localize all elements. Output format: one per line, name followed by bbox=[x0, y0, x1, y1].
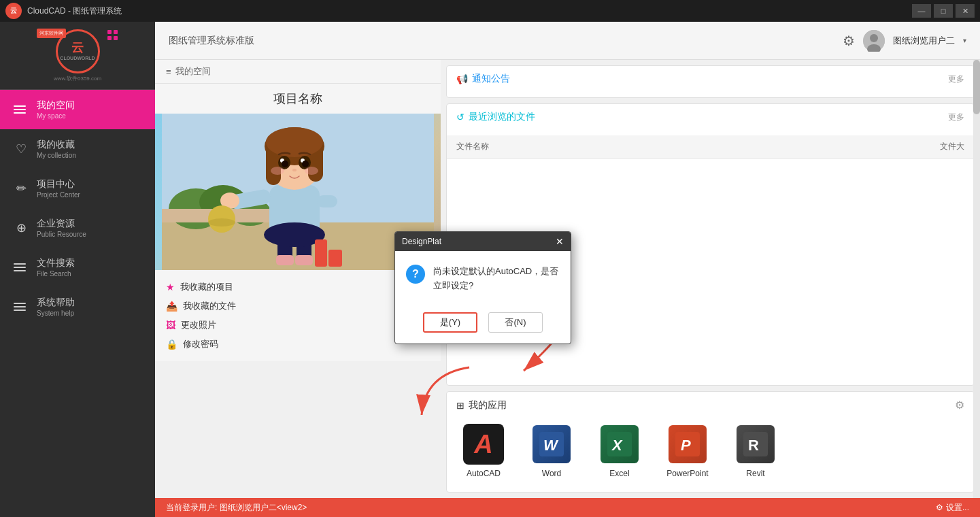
status-settings-button[interactable]: ⚙ 设置... bbox=[936, 502, 969, 514]
quick-link-change-photo[interactable]: 🖼 更改照片 bbox=[166, 319, 430, 331]
edit-icon: ✏ bbox=[14, 181, 29, 196]
dialog-buttons: 是(Y) 否(N) bbox=[395, 307, 571, 344]
settings-icon[interactable]: ⚙ bbox=[843, 33, 855, 49]
nav-text-my-collection: 我的收藏 My collection bbox=[37, 139, 76, 159]
minimize-button[interactable]: — bbox=[912, 4, 931, 18]
app-logo: 云 bbox=[5, 3, 22, 19]
app-powerpoint[interactable]: P PowerPoint bbox=[660, 424, 715, 478]
sidebar-item-public-resource[interactable]: ⊕ 企业资源 Public Resource bbox=[0, 208, 155, 248]
apps-grid-icon: ⊞ bbox=[456, 400, 464, 411]
title-bar-text: CloudCAD - 图纸管理系统 bbox=[27, 5, 912, 17]
sidebar-item-system-help[interactable]: 系统帮助 System help bbox=[0, 287, 155, 327]
svg-point-33 bbox=[305, 167, 318, 175]
dialog-no-button[interactable]: 否(N) bbox=[488, 312, 543, 333]
status-bar: 当前登录用户: 图纸浏览用户二<view2> ⚙ 设置... bbox=[155, 498, 980, 517]
dialog-titlebar: DesignPlat ✕ bbox=[395, 232, 571, 251]
breadcrumb: ≡ 我的空间 bbox=[155, 60, 441, 84]
svg-rect-35 bbox=[315, 239, 327, 267]
title-bar: 云 CloudCAD - 图纸管理系统 — □ ✕ bbox=[0, 0, 980, 22]
window-controls[interactable]: — □ ✕ bbox=[912, 4, 975, 18]
svg-text:X: X bbox=[611, 437, 623, 454]
app-excel[interactable]: X Excel bbox=[592, 424, 647, 478]
right-scrollbar-thumb[interactable] bbox=[973, 60, 980, 114]
settings-label: ⚙ bbox=[936, 503, 943, 512]
quick-link-favorited-projects[interactable]: ★ 我收藏的项目 bbox=[166, 281, 430, 293]
sidebar-item-file-search[interactable]: 文件搜索 File Search bbox=[0, 248, 155, 287]
breadcrumb-item: 我的空间 bbox=[175, 65, 211, 78]
apps-section-header: ⊞ 我的应用 ⚙ bbox=[456, 399, 964, 412]
dialog-question-icon: ? bbox=[406, 265, 425, 284]
powerpoint-icon: P bbox=[667, 424, 708, 465]
right-scrollbar[interactable] bbox=[973, 60, 980, 498]
col-filesize: 文件大 bbox=[910, 141, 964, 152]
star-icon: ★ bbox=[166, 282, 175, 293]
notice-section: 📢 通知公告 更多 bbox=[446, 65, 975, 98]
heart-icon: ♡ bbox=[14, 141, 29, 156]
photo-icon: 🖼 bbox=[166, 320, 175, 331]
sidebar-item-project-center[interactable]: ✏ 项目中心 Project Center bbox=[0, 169, 155, 208]
quick-link-change-password[interactable]: 🔒 修改密码 bbox=[166, 338, 430, 350]
notice-title: 📢 通知公告 bbox=[456, 73, 510, 85]
svg-rect-11 bbox=[276, 255, 294, 265]
svg-point-30 bbox=[282, 161, 288, 167]
col-filename: 文件名称 bbox=[456, 141, 910, 152]
status-message: 当前登录用户: 图纸浏览用户二<view2> bbox=[166, 502, 307, 514]
app-word[interactable]: W Word bbox=[524, 424, 579, 478]
svg-text:R: R bbox=[748, 437, 759, 454]
dialog-close-button[interactable]: ✕ bbox=[556, 236, 564, 247]
refresh-icon: ↺ bbox=[456, 112, 464, 122]
revit-icon: R bbox=[735, 424, 776, 465]
apps-title: ⊞ 我的应用 bbox=[456, 399, 507, 412]
hamburger-icon bbox=[14, 105, 29, 114]
quick-link-favorited-files[interactable]: 📤 我收藏的文件 bbox=[166, 300, 430, 312]
recent-files-more-button[interactable]: 更多 bbox=[948, 112, 964, 123]
svg-text:W: W bbox=[543, 437, 559, 454]
nav-text-public-resource: 企业资源 Public Resource bbox=[37, 218, 86, 238]
help-icon bbox=[14, 303, 29, 311]
word-icon: W bbox=[531, 424, 572, 465]
breadcrumb-icon: ≡ bbox=[166, 67, 171, 77]
apps-grid: A AutoCAD W bbox=[456, 417, 964, 485]
dialog: DesignPlat ✕ ? 尚未设定默认的AutoCAD，是否立即设定? 是(… bbox=[394, 231, 571, 344]
app-autocad[interactable]: A AutoCAD bbox=[456, 424, 511, 478]
upload-icon: 📤 bbox=[166, 301, 178, 312]
chevron-down-icon[interactable]: ▾ bbox=[963, 37, 966, 44]
speaker-icon: 📢 bbox=[456, 73, 468, 84]
notice-more-button[interactable]: 更多 bbox=[948, 73, 964, 85]
svg-text:P: P bbox=[681, 437, 691, 454]
search-icon bbox=[14, 263, 29, 271]
dialog-message: 尚未设定默认的AutoCAD，是否立即设定? bbox=[433, 265, 558, 293]
autocad-icon: A bbox=[463, 424, 504, 465]
svg-point-25 bbox=[266, 127, 323, 157]
app-revit[interactable]: R Revit bbox=[728, 424, 783, 478]
notice-section-header: 📢 通知公告 更多 bbox=[456, 73, 964, 85]
lock-icon: 🔒 bbox=[166, 339, 178, 350]
avatar bbox=[863, 30, 885, 52]
close-button[interactable]: ✕ bbox=[956, 4, 975, 18]
files-table-header: 文件名称 文件大 bbox=[447, 135, 974, 159]
sidebar-nav: 我的空间 My space ♡ 我的收藏 My collection ✏ 项目中… bbox=[0, 90, 155, 517]
excel-icon: X bbox=[599, 424, 640, 465]
nav-text-file-search: 文件搜索 File Search bbox=[37, 257, 75, 278]
svg-point-34 bbox=[292, 169, 297, 171]
dialog-title: DesignPlat bbox=[402, 237, 441, 246]
apps-gear-icon[interactable]: ⚙ bbox=[955, 399, 964, 412]
recent-files-header: ↺ 最近浏览的文件 更多 bbox=[447, 104, 974, 130]
recent-files-title: ↺ 最近浏览的文件 bbox=[456, 111, 535, 123]
nav-text-system-help: 系统帮助 System help bbox=[37, 297, 75, 317]
apps-section: ⊞ 我的应用 ⚙ A AutoCAD bbox=[446, 391, 975, 493]
dialog-yes-button[interactable]: 是(Y) bbox=[423, 312, 477, 333]
nav-text-my-space: 我的空间 My space bbox=[37, 99, 75, 120]
svg-point-31 bbox=[302, 161, 309, 167]
sidebar-logo: 云 CLOUDWORLD 河东软件网 www.软件0359.com bbox=[0, 22, 155, 90]
sidebar-item-my-collection[interactable]: ♡ 我的收藏 My collection bbox=[0, 129, 155, 169]
svg-point-1 bbox=[870, 34, 878, 42]
username: 图纸浏览用户二 bbox=[893, 35, 955, 47]
header: 图纸管理系统标准版 ⚙ 图纸浏览用户二 ▾ bbox=[155, 22, 980, 60]
crosshair-icon: ⊕ bbox=[14, 220, 29, 235]
sidebar: 云 CLOUDWORLD 河东软件网 www.软件0359.com bbox=[0, 22, 155, 517]
maximize-button[interactable]: □ bbox=[934, 4, 953, 18]
sidebar-item-my-space[interactable]: 我的空间 My space bbox=[0, 90, 155, 129]
project-title: 项目名称 bbox=[155, 84, 441, 114]
svg-rect-36 bbox=[328, 250, 342, 267]
